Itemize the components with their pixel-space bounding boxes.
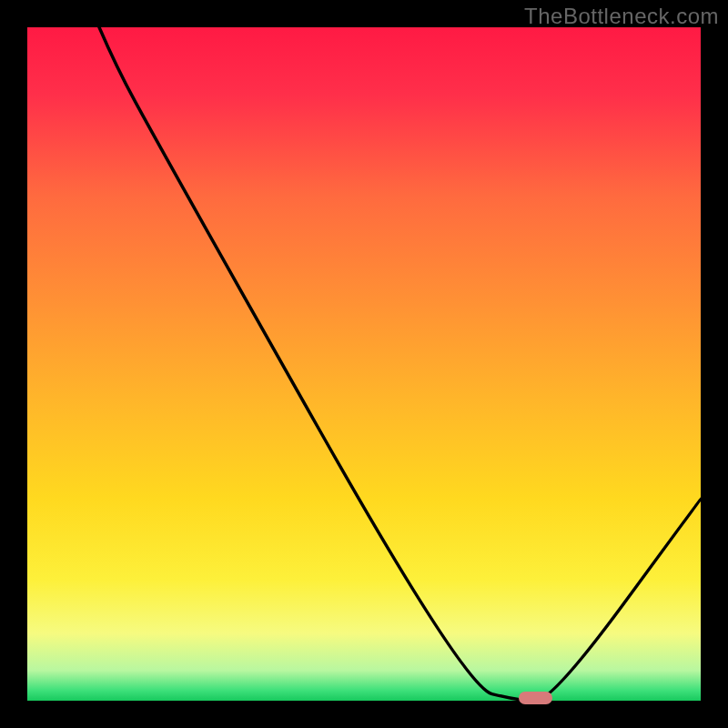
watermark-label: TheBottleneck.com <box>524 4 719 29</box>
optimum-marker <box>519 692 552 704</box>
gradient-background <box>27 27 701 701</box>
chart-frame: TheBottleneck.com <box>0 0 728 728</box>
bottleneck-plot <box>27 27 701 701</box>
